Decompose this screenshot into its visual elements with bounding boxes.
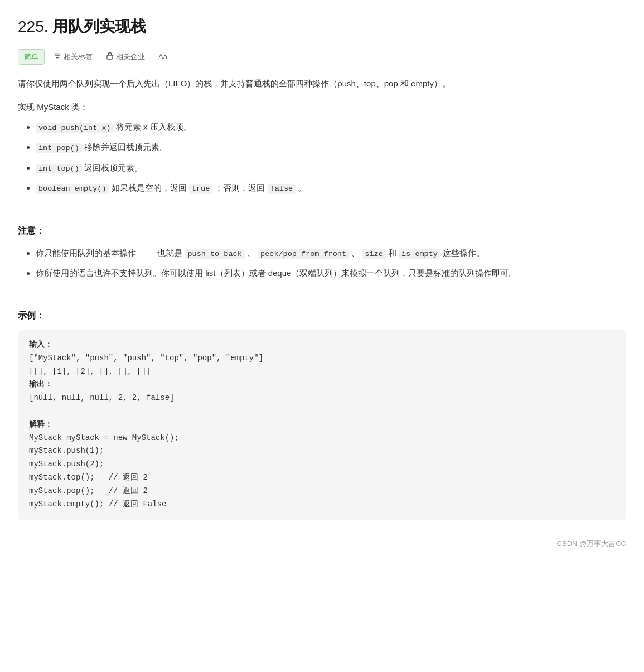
explain-label: 解释： bbox=[29, 420, 52, 429]
related-tags-label: 相关标签 bbox=[64, 52, 93, 62]
size-code: size bbox=[362, 249, 385, 259]
method-code-3: int top() bbox=[36, 164, 82, 173]
note-item-2: 你所使用的语言也许不支持队列。你可以使用 list（列表）或者 deque（双端… bbox=[36, 265, 626, 281]
font-size-label: Aa bbox=[158, 52, 167, 61]
method-code-4: boolean empty() bbox=[36, 184, 109, 194]
explain-line-6: myStack.empty(); // 返回 False bbox=[29, 500, 166, 509]
method-code-1: void push(int x) bbox=[36, 123, 114, 133]
output-line: [null, null, null, 2, 2, false] bbox=[29, 393, 174, 402]
divider-1 bbox=[18, 207, 626, 207]
font-size-button[interactable]: Aa bbox=[154, 51, 172, 62]
list-item: int pop() 移除并返回栈顶元素。 bbox=[36, 139, 626, 155]
methods-list: void push(int x) 将元素 x 压入栈顶。 int pop() 移… bbox=[18, 119, 626, 196]
is-empty-code: is empty bbox=[399, 249, 440, 259]
note-item-1: 你只能使用队列的基本操作 —— 也就是 push to back 、 peek/… bbox=[36, 245, 626, 261]
push-to-back-code: push to back bbox=[185, 249, 245, 259]
lock-icon bbox=[106, 52, 114, 61]
false-code: false bbox=[268, 184, 296, 194]
input-label: 输入： bbox=[29, 340, 52, 349]
example-title: 示例： bbox=[18, 308, 626, 323]
true-code: true bbox=[189, 184, 212, 194]
input-line2: [[], [1], [2], [], [], []] bbox=[29, 367, 151, 376]
tags-row: 简单 相关标签 相关企业 Aa bbox=[18, 49, 626, 65]
output-label: 输出： bbox=[29, 380, 52, 389]
difficulty-tag[interactable]: 简单 bbox=[18, 49, 45, 65]
explain-line-3: myStack.push(2); bbox=[29, 460, 104, 468]
divider-2 bbox=[18, 292, 626, 292]
page-title: 225. 用队列实现栈 bbox=[18, 13, 626, 40]
implement-intro: 实现 MyStack 类： bbox=[18, 100, 626, 114]
example-block: 输入： ["MyStack", "push", "push", "top", "… bbox=[18, 330, 626, 520]
list-item: boolean empty() 如果栈是空的，返回 true ；否则，返回 fa… bbox=[36, 180, 626, 196]
list-item: void push(int x) 将元素 x 压入栈顶。 bbox=[36, 119, 626, 135]
list-item: int top() 返回栈顶元素。 bbox=[36, 160, 626, 176]
explain-line-5: myStack.pop(); // 返回 2 bbox=[29, 486, 148, 495]
related-company-button[interactable]: 相关企业 bbox=[101, 51, 149, 63]
notes-list: 你只能使用队列的基本操作 —— 也就是 push to back 、 peek/… bbox=[18, 245, 626, 281]
input-line1: ["MyStack", "push", "push", "top", "pop"… bbox=[29, 354, 263, 362]
explain-line-4: myStack.top(); // 返回 2 bbox=[29, 473, 148, 482]
tag-icon bbox=[54, 52, 61, 61]
related-company-label: 相关企业 bbox=[116, 52, 145, 62]
explain-line-1: MyStack myStack = new MyStack(); bbox=[29, 433, 179, 442]
method-code-2: int pop() bbox=[36, 143, 82, 153]
explain-line-2: myStack.push(1); bbox=[29, 446, 104, 455]
related-tags-button[interactable]: 相关标签 bbox=[49, 51, 97, 63]
notes-title: 注意： bbox=[18, 223, 626, 238]
peek-pop-code: peek/pop from front bbox=[258, 249, 349, 259]
description-text: 请你仅使用两个队列实现一个后入先出（LIFO）的栈，并支持普通栈的全部四种操作（… bbox=[18, 76, 626, 91]
footer-credit: CSDN @万事大吉CC bbox=[18, 538, 626, 550]
svg-rect-0 bbox=[107, 55, 113, 59]
